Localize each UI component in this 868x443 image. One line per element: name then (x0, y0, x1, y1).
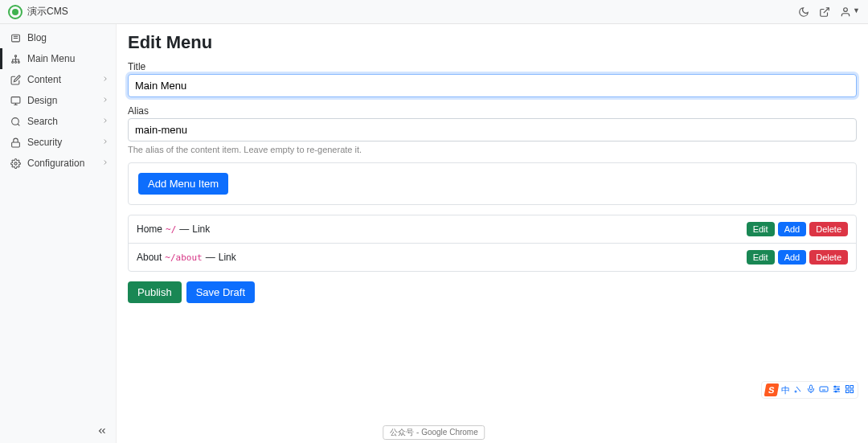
theme-toggle-icon[interactable] (798, 6, 809, 18)
external-link-icon[interactable] (819, 6, 830, 18)
ime-mic-icon[interactable] (806, 384, 816, 396)
menu-item-row: About ~/about — Link Edit Add Delete (129, 244, 856, 271)
sidebar-item-label: Content (27, 74, 61, 85)
menu-items-list: Home ~/ — Link Edit Add Delete About ~/a… (128, 215, 857, 272)
svg-point-12 (11, 117, 18, 125)
delete-button[interactable]: Delete (809, 250, 848, 265)
gear-icon (8, 158, 23, 169)
svg-point-7 (14, 61, 16, 63)
sidebar-item-label: Design (27, 95, 57, 106)
svg-point-15 (14, 162, 16, 164)
sitemap-icon (8, 54, 23, 64)
add-item-panel: Add Menu Item (128, 162, 857, 205)
svg-point-30 (835, 391, 837, 392)
sidebar: Blog Main Menu Content Design Search (0, 24, 117, 443)
sidebar-item-search[interactable]: Search (0, 111, 116, 132)
chevron-right-icon (101, 95, 109, 106)
edit-button[interactable]: Edit (747, 222, 775, 236)
chevron-right-icon (101, 74, 109, 85)
sidebar-item-main-menu[interactable]: Main Menu (0, 48, 116, 69)
svg-rect-14 (11, 142, 19, 146)
form-actions: Publish Save Draft (128, 281, 857, 303)
menu-item-type: Link (219, 252, 236, 263)
svg-rect-33 (846, 390, 850, 393)
publish-button[interactable]: Publish (128, 281, 182, 303)
ime-toolbar[interactable]: S 中 (761, 381, 858, 399)
add-menu-item-button[interactable]: Add Menu Item (138, 173, 228, 195)
brand-text: 演示CMS (27, 5, 68, 18)
alias-help-text: The alias of the content item. Leave emp… (128, 145, 857, 154)
menu-item-sep: — (179, 224, 189, 235)
ime-grid-icon[interactable] (845, 384, 854, 396)
svg-point-8 (18, 61, 19, 63)
chrome-title-pill: 公众号 - Google Chrome (383, 425, 485, 440)
svg-rect-31 (846, 386, 850, 389)
svg-line-13 (18, 124, 19, 125)
topbar: 演示CMS ▼ (0, 0, 868, 24)
ime-keyboard-icon[interactable] (819, 384, 829, 396)
svg-rect-17 (810, 385, 813, 390)
delete-button[interactable]: Delete (809, 222, 848, 236)
main-content: Edit Menu Title Alias The alias of the c… (117, 24, 868, 443)
svg-rect-19 (820, 387, 828, 392)
edit-button[interactable]: Edit (747, 250, 775, 265)
menu-item-name: About (137, 252, 162, 263)
alias-label: Alias (128, 105, 857, 117)
chevron-right-icon (101, 158, 109, 169)
sidebar-item-content[interactable]: Content (0, 69, 116, 90)
sidebar-item-blog[interactable]: Blog (0, 27, 116, 48)
lock-icon (8, 137, 23, 148)
user-menu-icon[interactable]: ▼ (840, 6, 860, 18)
add-button[interactable]: Add (778, 222, 807, 236)
sidebar-item-label: Security (27, 137, 62, 148)
edit-icon (8, 75, 23, 85)
sidebar-item-design[interactable]: Design (0, 90, 116, 111)
sidebar-item-configuration[interactable]: Configuration (0, 153, 116, 174)
chevron-right-icon (101, 137, 109, 148)
sidebar-item-label: Main Menu (27, 53, 75, 64)
page-title: Edit Menu (128, 32, 857, 53)
topbar-actions: ▼ (798, 6, 860, 18)
svg-rect-32 (850, 386, 854, 389)
menu-item-path: ~/ (166, 224, 176, 235)
svg-point-5 (14, 55, 16, 56)
add-button[interactable]: Add (778, 250, 807, 265)
ime-logo-icon: S (764, 384, 780, 396)
menu-item-type: Link (192, 224, 210, 235)
search-icon (8, 117, 23, 127)
topbar-brand-area[interactable]: 演示CMS (8, 5, 68, 19)
sidebar-collapse-button[interactable] (0, 419, 116, 443)
sidebar-item-label: Configuration (27, 158, 84, 169)
svg-point-6 (11, 61, 13, 63)
svg-rect-9 (11, 96, 20, 103)
alias-field-group: Alias The alias of the content item. Lea… (128, 105, 857, 154)
save-draft-button[interactable]: Save Draft (186, 281, 255, 303)
alias-input[interactable] (128, 118, 857, 142)
svg-point-29 (837, 388, 839, 390)
menu-item-path: ~/about (165, 252, 202, 263)
title-label: Title (128, 61, 857, 72)
title-input[interactable] (128, 74, 857, 97)
brand-logo (8, 5, 23, 19)
sidebar-item-security[interactable]: Security (0, 132, 116, 153)
ime-lang[interactable]: 中 (781, 384, 790, 396)
menu-item-row: Home ~/ — Link Edit Add Delete (129, 215, 856, 244)
ime-settings-icon[interactable] (832, 384, 841, 396)
chevron-right-icon (101, 116, 109, 127)
sidebar-item-label: Search (27, 116, 58, 127)
menu-item-name: Home (137, 224, 162, 235)
sidebar-item-label: Blog (27, 32, 47, 43)
svg-point-1 (844, 7, 848, 11)
svg-point-16 (795, 391, 796, 392)
monitor-icon (8, 96, 23, 106)
svg-point-28 (834, 386, 836, 388)
newspaper-icon (8, 33, 23, 43)
ime-punct-icon[interactable] (793, 384, 803, 396)
svg-rect-34 (850, 390, 854, 393)
svg-line-0 (824, 7, 829, 12)
menu-item-sep: — (206, 252, 215, 263)
title-field-group: Title (128, 61, 857, 97)
